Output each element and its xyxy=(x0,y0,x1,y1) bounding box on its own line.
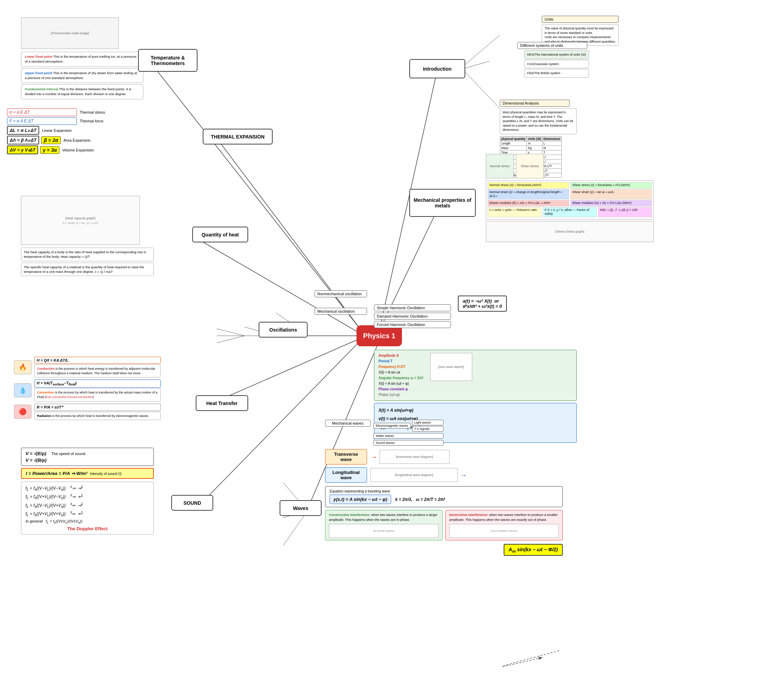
mech-props-label: Mechanical properties of metals xyxy=(413,197,471,208)
formula-volume-expansion: ΔV = γ V₀ΔT γ = 3α Volume Expansion xyxy=(7,145,126,154)
topic-oscillations: Oscillations xyxy=(259,322,308,338)
interference-row: Constructive Interference: when two wave… xyxy=(325,510,563,540)
mech-graph: [Stress-Strain graph] xyxy=(486,221,654,242)
table-header-quantity: physical quantity xyxy=(500,136,527,141)
thermometer-image: [Thermometer scale image] xyxy=(21,18,119,49)
transverse-label: Transverse wave xyxy=(325,449,367,464)
final-eq-container: Am sin(kx − ωt − Φ/2) xyxy=(325,544,563,556)
mks-item: MKS/The international system of units (S… xyxy=(524,50,589,59)
fibs-item: FibS/The British system xyxy=(524,69,589,78)
systems-list: MKS/The international system of units (S… xyxy=(524,50,589,78)
waves-content: Mechanical waves Electromagnetic waves L… xyxy=(325,420,563,556)
formula-linear-expansion: ΔL = α L₀ ΔT Linear Expansion xyxy=(7,126,126,135)
svg-line-3 xyxy=(196,238,358,332)
heat-transfer-label: Heat Transfer xyxy=(206,401,237,406)
sound-waves-label: Sound waves xyxy=(373,440,443,446)
conduction-icon: 🔥 xyxy=(14,360,31,374)
mech-props-content: Normal Stress Shear Stress Normal stress… xyxy=(486,154,654,242)
radiation-content: R = P/A = εσT⁴ Radiation is the process … xyxy=(34,404,161,421)
waves-tree: Mechanical waves Electromagnetic waves L… xyxy=(325,420,563,446)
convection-icon: 💧 xyxy=(14,383,31,397)
traveling-wave-eq: y(x,t) = A sin(kx − ωt − φ) xyxy=(329,495,391,504)
quantity-heat-label: Quantity of heat xyxy=(202,232,239,238)
transverse-wave-image: [transverse wave diagram] xyxy=(380,450,450,464)
temp-label: Temperature & Thermometers xyxy=(142,55,193,66)
longitudinal-wave-image: [longitudinal wave diagram] xyxy=(371,468,458,482)
svg-line-16 xyxy=(217,329,245,336)
quantity-heat-content: [Heat capacity graph] Q = mcΔt, Q = mL, … xyxy=(21,196,154,276)
heat-graph: [Heat capacity graph] Q = mcΔt, Q = mL, … xyxy=(21,196,140,245)
radiation-icon: 🔴 xyxy=(14,405,31,419)
light-waves-label: Light waves xyxy=(412,420,443,425)
temp-card-fundamental: Fundamental Interval This is the distanc… xyxy=(21,84,143,99)
fho-label: Forced Harmonic Oscillation xyxy=(374,321,451,328)
oscillation-branches: Nonmechanical oscillation Mechanical osc… xyxy=(315,290,371,315)
transverse-arrow: → xyxy=(371,453,377,461)
units-text: Units xyxy=(545,17,553,21)
topic-introduction-label: Introduction xyxy=(423,66,451,72)
mech-row-2: Normal strain (ε) = change in length/ori… xyxy=(488,189,652,200)
dimensional-label: Dimensional Analysis xyxy=(500,100,570,107)
temp-card-upper: Upper fixed point This is the temperatur… xyxy=(21,68,143,83)
conduction-row: 🔥 H = Q/t = KA ΔT/L Conduction is the pr… xyxy=(14,357,161,377)
mechanical-waves-label: Mechanical waves xyxy=(325,420,371,427)
mind-map: Physics 1 Introduction Units The value o… xyxy=(0,0,784,695)
center-label: Physics 1 xyxy=(363,332,395,340)
mech-images: Normal Stress Shear Stress xyxy=(486,154,654,178)
sound-label: SOUND xyxy=(183,500,201,506)
convection-desc: Convection is the process by which heat … xyxy=(34,388,161,401)
center-node: Physics 1 xyxy=(357,325,402,346)
formula-thermal-stress: σ = α E ΔT Thermal stress xyxy=(7,109,126,116)
diff-systems-label: Different systems of units xyxy=(517,42,587,49)
longitudinal-row: Longitudinal wave [longitudinal wave dia… xyxy=(325,467,563,483)
specific-heat-desc: The specific heat capacity of a material… xyxy=(21,262,154,276)
heat-cap-desc: The heat capacity of a body is the ratio… xyxy=(21,248,154,261)
topic-quantity-heat: Quantity of heat xyxy=(192,227,248,243)
units-label: Units xyxy=(542,16,619,23)
conduction-content: H = Q/t = KA ΔT/L Conduction is the proc… xyxy=(34,357,161,377)
constructive-diagram: [in-phase waves] xyxy=(329,524,439,538)
dimensional-desc: Most physical quantities may be expresse… xyxy=(500,108,577,134)
units-subtopic: Units The value of physical quantity mus… xyxy=(542,16,619,46)
destructive-box: Destructive Interference: when two waves… xyxy=(445,510,563,540)
oscillations-label: Oscillations xyxy=(269,327,297,333)
oscillation-params: Amplitude A Period T Frequency f=1/T X(t… xyxy=(374,350,577,401)
longitudinal-arrow: → xyxy=(460,471,467,479)
doppler-box: fL = fs((V−VL)/(V−Vs)) s⇒ ⇒L fL = fs((V+… xyxy=(21,482,154,535)
fho-text: Forced Harmonic Oscillation xyxy=(377,322,425,327)
cgs-item: CGS/Gaussian system xyxy=(524,60,589,69)
mechanical-label: Mechanical oscillation xyxy=(315,308,367,315)
mech-row-4: v = εx/εz = εy/εz — Poisson's ratio F·S … xyxy=(488,207,652,217)
radiation-row: 🔴 R = P/A = εσT⁴ Radiation is the proces… xyxy=(14,404,161,421)
topic-mechanical-properties: Mechanical properties of metals xyxy=(409,189,476,217)
speed-sound-box: V = √(E/ρ) The speed of sound V = √(B/ρ) xyxy=(21,448,154,466)
wave-sketch: [sine wave sketch] xyxy=(430,353,472,381)
formula-area-expansion: ΔΛ = β Λ₀ ΔT β = 2α Area Expansion xyxy=(7,136,126,144)
oscillation-types: Simple Harmonic Oscillation Damped Harmo… xyxy=(374,304,451,328)
topic-waves: Waves xyxy=(280,500,321,516)
thermal-label: THERMAL EXPANSION xyxy=(211,134,265,140)
radiation-desc: Radiation is the process by which heat i… xyxy=(34,412,161,421)
intensity-box: I = Power/Area = P/A ⇒ W/m² Intensity of… xyxy=(21,468,154,479)
thermal-formulas: σ = α E ΔT Thermal stress F = α A E ΔT T… xyxy=(7,109,126,155)
svg-line-21 xyxy=(283,511,308,546)
formula-thermal-force: F = α A E ΔT Thermal force xyxy=(7,117,126,125)
longitudinal-label: Longitudinal wave xyxy=(325,467,367,483)
dho-label: Damped Harmonic Oscillation xyxy=(374,313,451,320)
svg-line-2 xyxy=(147,58,360,329)
tv-signals-label: T.V signals xyxy=(412,426,443,432)
topic-introduction: Introduction xyxy=(409,59,465,78)
topic-heat-transfer: Heat Transfer xyxy=(196,395,248,411)
dimensional-text: Dimensional Analysis xyxy=(502,101,539,105)
temp-card-lower: Lower fixed point This is the temperatur… xyxy=(21,52,143,67)
waves-label: Waves xyxy=(293,505,308,511)
temperature-group: [Thermometer scale image] Lower fixed po… xyxy=(21,18,154,99)
table-header-dimensions: Dimensions xyxy=(542,136,562,141)
doppler-title: The Doppler Effect xyxy=(26,526,149,531)
water-waves-label: Water waves xyxy=(373,433,443,439)
sho-equation-box: a(t) = −ω² X(t) or d²x/dt² + ω²x(t) = 0 xyxy=(458,295,507,312)
nonmechanical-label: Nonmechanical oscillation xyxy=(315,290,367,297)
dashed-curve xyxy=(315,622,594,693)
normal-stress-image: Normal Stress xyxy=(486,154,514,178)
sound-content: V = √(E/ρ) The speed of sound V = √(B/ρ)… xyxy=(21,448,154,535)
